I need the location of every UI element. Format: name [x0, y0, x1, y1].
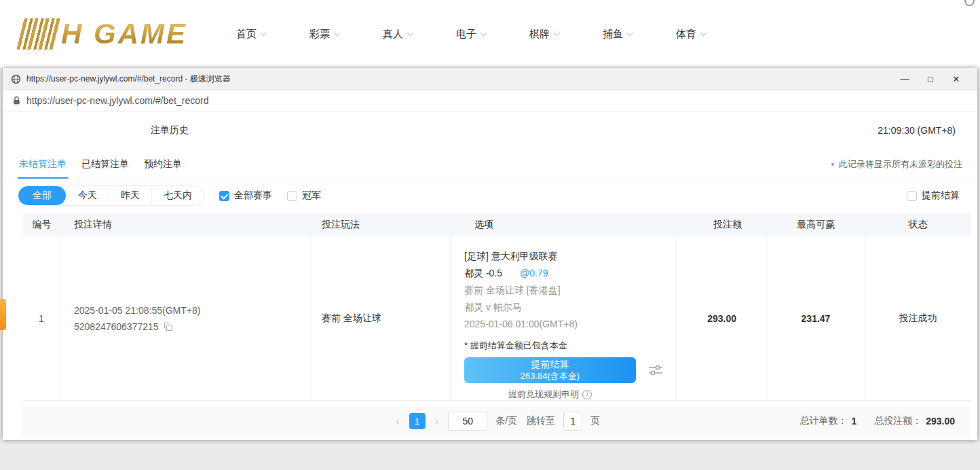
minimize-button[interactable]: —	[892, 68, 918, 90]
page-size-suffix: 条/页	[495, 415, 517, 427]
cell-status: 投注成功	[865, 236, 971, 400]
nav-item-cards[interactable]: 棋牌	[529, 28, 559, 41]
cashout-rule-link[interactable]: 提前兑现规则申明 i	[464, 388, 636, 400]
title-row: 注单历史 21:09:30 (GMT+8)	[3, 111, 977, 149]
nav-item-lottery[interactable]: 彩票	[309, 28, 339, 41]
tab-reserved[interactable]: 预约注单	[143, 149, 183, 179]
chevron-down-icon	[261, 29, 267, 36]
chevron-down-icon	[627, 29, 634, 36]
checkbox-checked-icon	[219, 191, 229, 201]
odds-value: @0.79	[520, 268, 548, 278]
col-header-detail: 投注详情	[60, 219, 312, 231]
window-controls: — □ ✕	[892, 68, 969, 90]
chevron-down-icon	[334, 29, 341, 36]
logo[interactable]: H GAME	[20, 18, 187, 50]
window-title: https://user-pc-new.jylywl.com/#/bet_rec…	[26, 73, 231, 85]
cashout-note: * 提前结算金额已包含本金	[464, 340, 675, 351]
cashout-label: 提前结算	[531, 358, 569, 370]
cell-id: 1	[23, 236, 60, 400]
cashout-row: 提前结算 263.84(含本金)	[464, 357, 675, 383]
col-header-maxwin: 最高可赢	[768, 219, 865, 231]
chevron-down-icon	[407, 29, 414, 36]
page-size-input[interactable]	[448, 412, 487, 431]
nav-item-fishing[interactable]: 捕鱼	[603, 28, 633, 41]
floating-widget-tab[interactable]	[0, 299, 6, 330]
table-header: 编号 投注详情 投注玩法 选项 投注额 最高可赢 状态	[23, 213, 971, 236]
nav-label: 体育	[676, 28, 696, 41]
logo-text: H GAME	[61, 18, 187, 50]
selection-pick: 都灵 -0.5@0.79	[464, 267, 675, 279]
tab-note-text: 此记录将显示所有未派彩的投注	[839, 158, 962, 170]
cell-play-type: 赛前 全场让球	[312, 236, 451, 400]
bet-number: 5208247606377215	[74, 321, 159, 332]
checkbox-unchecked-icon	[287, 191, 297, 201]
chevron-down-icon	[480, 29, 487, 36]
bullet-dot-icon	[831, 163, 834, 166]
selection-league: [足球] 意大利甲级联赛	[464, 250, 675, 262]
total-count-group: 总计单数： 1	[799, 415, 856, 427]
col-header-play: 投注玩法	[312, 219, 451, 231]
pick-text: 都灵 -0.5	[464, 268, 502, 278]
filter-row: 全部 今天 昨天 七天内 全部赛事 冠军 提前结算	[3, 179, 977, 212]
col-header-stake: 投注额	[676, 219, 768, 231]
address-bar[interactable]: https://user-pc-new.jylywl.com/#/bet_rec…	[3, 90, 977, 111]
bet-record-page: 注单历史 21:09:30 (GMT+8) 未结算注单 已结算注单 预约注单 此…	[3, 111, 977, 440]
early-settle-checkbox[interactable]: 提前结算	[907, 189, 962, 202]
checkbox-label: 冠军	[302, 189, 321, 202]
cell-bet-detail: 2025-01-05 21:08:55(GMT+8) 5208247606377…	[60, 236, 312, 400]
nav-label: 彩票	[309, 28, 330, 41]
checkbox-unchecked-icon	[907, 191, 917, 201]
date-filter-7days[interactable]: 七天内	[151, 186, 204, 205]
total-stake-value: 293.00	[926, 416, 955, 427]
date-filter-today[interactable]: 今天	[66, 186, 109, 205]
cell-stake: 293.00	[676, 236, 768, 400]
nav-item-sports[interactable]: 体育	[676, 28, 706, 41]
server-time: 21:09:30 (GMT+8)	[878, 125, 977, 136]
champion-checkbox[interactable]: 冠军	[287, 189, 321, 202]
browser-window: https://user-pc-new.jylywl.com/#/bet_rec…	[3, 68, 977, 440]
jump-label: 跳转至	[527, 415, 555, 427]
page-title: 注单历史	[3, 124, 189, 137]
cell-selection: [足球] 意大利甲级联赛 都灵 -0.5@0.79 赛前 全场让球 [香港盘] …	[451, 236, 676, 400]
tab-label: 未结算注单	[19, 158, 67, 170]
next-page-icon[interactable]: ›	[432, 414, 442, 428]
tabs-row: 未结算注单 已结算注单 预约注单 此记录将显示所有未派彩的投注	[3, 149, 977, 179]
col-header-status: 状态	[865, 219, 971, 231]
totals: 总计单数： 1 总投注额： 293.00	[799, 415, 955, 427]
pagination-controls: ‹ 1 › 条/页 跳转至 页	[393, 412, 601, 431]
col-header-selection: 选项	[451, 219, 676, 231]
nav-label: 电子	[456, 28, 476, 41]
copy-icon[interactable]	[164, 322, 173, 331]
cashout-button[interactable]: 提前结算 263.84(含本金)	[464, 357, 636, 383]
info-icon: i	[582, 390, 592, 399]
total-count-label: 总计单数：	[799, 415, 847, 427]
nav-item-slots[interactable]: 电子	[456, 28, 486, 41]
page-number-button[interactable]: 1	[409, 413, 426, 429]
date-filter-all[interactable]: 全部	[18, 186, 66, 205]
chevron-down-icon	[554, 29, 561, 36]
top-right-circle-icon[interactable]	[964, 0, 975, 6]
maximize-button[interactable]: □	[918, 68, 943, 90]
nav-item-live[interactable]: 真人	[383, 28, 413, 41]
tab-note: 此记录将显示所有未派彩的投注	[831, 158, 962, 170]
all-events-checkbox[interactable]: 全部赛事	[219, 189, 272, 202]
close-button[interactable]: ✕	[943, 68, 969, 90]
nav-item-home[interactable]: 首页	[236, 28, 266, 41]
prev-page-icon[interactable]: ‹	[393, 414, 402, 428]
globe-icon	[11, 74, 21, 84]
col-header-id: 编号	[23, 219, 60, 231]
jump-page-input[interactable]	[563, 412, 582, 431]
bet-time: 2025-01-05 21:08:55(GMT+8)	[74, 305, 311, 316]
date-range-segmented: 全部 今天 昨天 七天内	[18, 185, 204, 206]
browser-titlebar[interactable]: https://user-pc-new.jylywl.com/#/bet_rec…	[3, 68, 977, 90]
cell-max-win: 231.47	[768, 236, 865, 400]
sliders-icon[interactable]	[648, 364, 663, 376]
url-text: https://user-pc-new.jylywl.com/#/bet_rec…	[26, 95, 208, 106]
date-filter-yesterday[interactable]: 昨天	[109, 186, 151, 205]
logo-stripes-icon	[16, 18, 60, 50]
cashout-rule-text: 提前兑现规则申明	[508, 388, 579, 400]
tab-settled[interactable]: 已结算注单	[80, 149, 130, 179]
cashout-amount: 263.84(含本金)	[521, 371, 580, 382]
main-nav: 首页 彩票 真人 电子 棋牌 捕鱼 体育	[236, 28, 706, 41]
tab-unsettled[interactable]: 未结算注单	[18, 149, 68, 179]
